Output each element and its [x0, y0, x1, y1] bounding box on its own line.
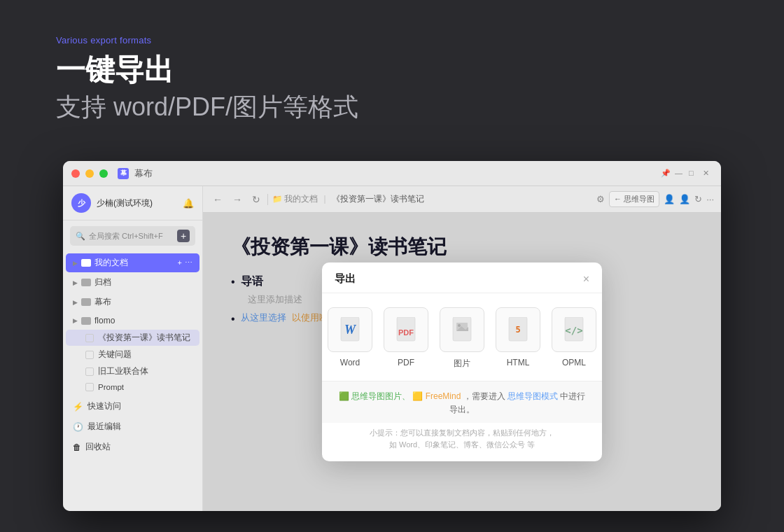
back-button[interactable]: ← [210, 192, 225, 206]
add-button[interactable]: + [177, 230, 190, 242]
toolbar: ← → ↻ 📁 我的文档 ｜ 《投资第一课》读书笔记 ⚙ ← 思维导图 👤 👤 … [203, 186, 721, 213]
svg-text:PDF: PDF [398, 328, 414, 337]
html-icon: 5 [496, 307, 540, 352]
bell-icon[interactable]: 🔔 [183, 198, 194, 209]
window-controls: 📌 — □ ✕ [661, 169, 713, 178]
forward-button[interactable]: → [230, 192, 245, 206]
close-icon[interactable]: ✕ [703, 169, 713, 178]
breadcrumb-folder[interactable]: 📁 我的文档 [272, 194, 318, 204]
clock-icon: 🕐 [73, 422, 83, 432]
dialog-close-button[interactable]: × [583, 273, 589, 286]
dialog-title: 导出 [335, 272, 356, 286]
sidebar-file-investment[interactable]: 《投资第一课》读书笔记 [66, 330, 200, 346]
format-image[interactable]: 图片 [440, 307, 484, 370]
user-name: 少楠(测试环境) [97, 197, 177, 209]
app-body: 少 少楠(测试环境) 🔔 🔍 全局搜索 Ctrl+Shift+F + ▶ 我的文… [63, 186, 721, 511]
minimize-button[interactable] [85, 169, 94, 178]
sidebar: 少 少楠(测试环境) 🔔 🔍 全局搜索 Ctrl+Shift+F + ▶ 我的文… [63, 186, 203, 511]
app-window: 幕 幕布 📌 — □ ✕ 少 少楠(测试环境) 🔔 🔍 全局搜索 Ctr [63, 161, 721, 511]
folder-arrow-icon: ▶ [73, 260, 78, 267]
folder-label: 归档 [94, 276, 192, 288]
close-button[interactable] [71, 169, 80, 178]
more-icon[interactable]: ··· [706, 194, 714, 204]
search-icon: 🔍 [76, 232, 85, 241]
app-name: 幕布 [134, 167, 153, 180]
folder-label: 幕布 [94, 296, 192, 308]
mindmap-mode-link[interactable]: 思维导图模式 [507, 391, 558, 401]
mindmap-image-label: 🟩 思维导图图片、 [339, 391, 410, 401]
word-icon: W [328, 307, 372, 352]
dialog-formats: W Word PDF [322, 293, 602, 381]
opml-icon: </> [552, 307, 596, 352]
sidebar-file-prompt[interactable]: Prompt [66, 380, 200, 394]
file-label: 旧工业联合体 [98, 366, 148, 377]
sidebar-item-archive[interactable]: ▶ 归档 [66, 273, 200, 292]
format-pdf[interactable]: PDF PDF [384, 307, 428, 370]
sidebar-user: 少 少楠(测试环境) 🔔 [63, 186, 202, 220]
folder-arrow-icon: ▶ [73, 317, 78, 324]
info-middle: ，需要进入 [463, 391, 505, 401]
refresh-button[interactable]: ↻ [249, 192, 263, 206]
bg-title-main: 一键导出 [56, 54, 728, 86]
sidebar-item-quick-access[interactable]: ⚡ 快速访问 [66, 397, 200, 416]
file-check-icon [85, 383, 94, 391]
folder-icon [81, 279, 91, 286]
format-opml[interactable]: </> OPML [552, 307, 596, 370]
breadcrumb-separator: ｜ [321, 194, 329, 204]
maximize-button[interactable] [99, 169, 108, 178]
pin-icon[interactable]: 📌 [661, 169, 671, 178]
refresh-doc-icon[interactable]: ↻ [694, 194, 702, 204]
html-label: HTML [507, 358, 530, 368]
quick-label: 快速访问 [88, 400, 121, 412]
mindmap-button[interactable]: ← 思维导图 [609, 191, 659, 207]
sidebar-item-recent[interactable]: 🕐 最近编辑 [66, 417, 200, 436]
sidebar-item-trash[interactable]: 🗑 回收站 [66, 438, 200, 456]
breadcrumb-current: 《投资第一课》读书笔记 [332, 194, 424, 204]
share-icon[interactable]: 👤 [664, 194, 675, 204]
dialog-header: 导出 × [322, 262, 602, 293]
file-check-icon [85, 368, 94, 376]
file-check-icon [85, 351, 94, 359]
main-area: ← → ↻ 📁 我的文档 ｜ 《投资第一课》读书笔记 ⚙ ← 思维导图 👤 👤 … [203, 186, 721, 511]
background-section: Various export formats 一键导出 支持 word/PDF/… [0, 0, 784, 161]
user-icon[interactable]: 👤 [679, 194, 690, 204]
svg-point-6 [458, 324, 461, 327]
export-dialog: 导出 × W [322, 262, 602, 461]
breadcrumb: 📁 我的文档 ｜ 《投资第一课》读书笔记 [272, 194, 424, 204]
my-docs-folder[interactable]: ▶ 我的文档 + ⋯ [66, 253, 200, 272]
image-label: 图片 [454, 358, 470, 370]
bg-title-sub: 支持 word/PDF/图片等格式 [56, 90, 728, 125]
sidebar-item-flomo[interactable]: ▶ flomo [66, 312, 200, 329]
folder-arrow-icon: ▶ [73, 279, 78, 286]
folder-arrow-icon: ▶ [73, 299, 78, 306]
file-label: Prompt [98, 383, 124, 391]
sidebar-file-key-issues[interactable]: 关键问题 [66, 346, 200, 363]
minimize-icon[interactable]: — [675, 169, 685, 178]
bg-tag: Various export formats [56, 35, 728, 46]
opml-label: OPML [562, 358, 586, 368]
quick-label: 最近编辑 [88, 421, 121, 433]
folder-icon [81, 298, 91, 306]
folder-label: flomo [94, 316, 192, 326]
sidebar-item-mubu[interactable]: ▶ 幕布 [66, 293, 200, 312]
more-folder-icon[interactable]: ⋯ [185, 258, 192, 267]
search-bar[interactable]: 🔍 全局搜索 Ctrl+Shift+F + [70, 226, 195, 246]
svg-text:W: W [344, 323, 357, 337]
pdf-icon: PDF [384, 307, 428, 352]
add-folder-icon[interactable]: + [178, 258, 182, 267]
file-check-icon [85, 334, 94, 342]
dialog-tip: 小提示：您可以直接复制文档内容，粘贴到任何地方， 如 Word、印象笔记、博客、… [322, 423, 602, 461]
app-icon: 幕 [118, 168, 129, 179]
resize-icon[interactable]: □ [689, 169, 699, 178]
my-docs-label: 我的文档 [94, 257, 174, 269]
settings-icon[interactable]: ⚙ [596, 194, 605, 204]
folder-icon [81, 317, 91, 325]
folder-icon [81, 259, 91, 267]
file-label: 《投资第一课》读书笔记 [98, 332, 190, 343]
freemind-label: 🟨 FreeMind [412, 391, 461, 401]
dialog-overlay: 导出 × W [203, 213, 721, 511]
format-html[interactable]: 5 HTML [496, 307, 540, 370]
sidebar-file-industrial[interactable]: 旧工业联合体 [66, 363, 200, 379]
format-word[interactable]: W Word [328, 307, 372, 370]
toolbar-right: ⚙ ← 思维导图 👤 👤 ↻ ··· [596, 191, 714, 207]
